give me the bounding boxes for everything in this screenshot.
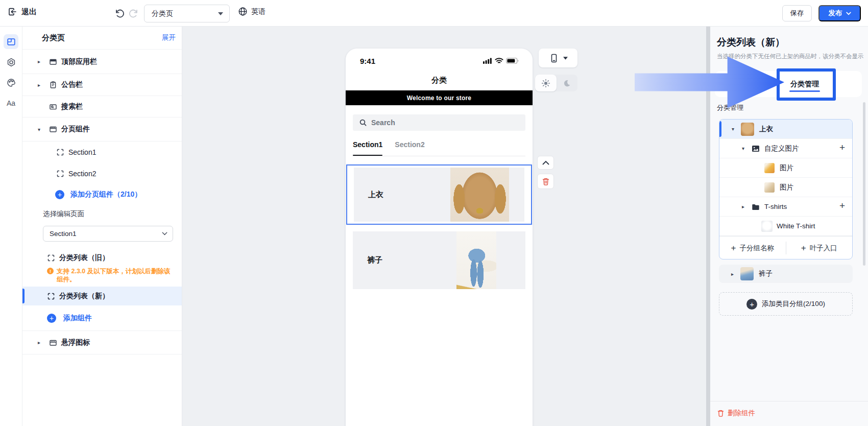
caret-right-icon[interactable]: ▸ xyxy=(731,271,740,277)
category-row-tops[interactable]: 上衣 xyxy=(354,168,524,222)
rail-item-theme[interactable] xyxy=(4,75,18,90)
edit-page-dropdown-value: Section1 xyxy=(50,230,77,238)
plus-circle-icon: + xyxy=(746,299,757,310)
exit-icon xyxy=(7,7,17,17)
layer-item-pagination-component[interactable]: ▾ 分页组件 xyxy=(22,117,182,141)
tab-settings[interactable]: 设置 xyxy=(758,71,772,97)
phone-nav-title: 分类 xyxy=(346,70,533,90)
add-pagination-button[interactable]: + 添加分页组件（2/10） xyxy=(22,184,182,205)
tree-row-tshirts[interactable]: ▸ T-shirts + xyxy=(719,197,852,217)
active-tab-underline xyxy=(789,90,820,92)
image-icon xyxy=(751,144,760,153)
panel-tabs: 设置 分类管理 xyxy=(715,71,862,97)
tree-row-image-1[interactable]: 图片 xyxy=(719,158,852,178)
undo-button[interactable] xyxy=(113,7,126,19)
redo-button[interactable] xyxy=(128,7,140,19)
section-brackets-icon xyxy=(47,254,59,262)
caret-right-icon[interactable]: ▸ xyxy=(38,82,49,88)
search-icon xyxy=(359,119,367,127)
tshirt-thumbnail xyxy=(761,221,773,232)
tree-row-white-tshirt[interactable]: White T-shirt xyxy=(719,217,852,236)
caret-right-icon[interactable]: ▸ xyxy=(38,59,49,64)
phone-tab-section2[interactable]: Section2 xyxy=(395,136,424,156)
delete-section-button[interactable] xyxy=(537,174,554,189)
left-icon-rail: Aa xyxy=(0,27,22,426)
layer-item-category-list-old[interactable]: 分类列表（旧） xyxy=(22,250,182,266)
plus-icon: + xyxy=(731,244,736,252)
tree-row-image-2[interactable]: 图片 xyxy=(719,178,852,197)
select-edit-page-label: 选择编辑页面 xyxy=(22,205,182,223)
delete-component-button[interactable]: 删除组件 xyxy=(717,409,755,418)
image-thumbnail xyxy=(764,163,775,173)
layout-icon xyxy=(6,37,16,47)
tree-footer: + 子分组名称 + 叶子入口 xyxy=(719,236,852,259)
dark-mode-button[interactable] xyxy=(557,75,578,91)
panel-title: 分类列表（新） xyxy=(717,36,785,49)
category-row-pants[interactable]: 裤子 xyxy=(353,231,525,289)
selected-category-row-outline: 上衣 xyxy=(346,164,532,225)
expand-all-link[interactable]: 展开 xyxy=(162,33,176,42)
page-selector-dropdown[interactable]: 分类页 xyxy=(144,5,230,22)
move-section-up-button[interactable] xyxy=(537,156,554,170)
rail-item-settings[interactable] xyxy=(4,55,18,69)
language-button[interactable]: 英语 xyxy=(238,7,266,16)
layer-item-top-app-bar[interactable]: ▸ 顶部应用栏 xyxy=(22,50,182,74)
wifi-icon xyxy=(495,58,503,64)
add-category-group-button[interactable]: + 添加类目分组(2/100) xyxy=(719,292,853,316)
layer-item-section2[interactable]: Section2 xyxy=(22,163,182,184)
canvas-scrollbar[interactable] xyxy=(706,27,710,426)
category-management-label: 分类管理 xyxy=(717,103,743,112)
layer-item-section1[interactable]: Section1 xyxy=(22,141,182,163)
signal-icon xyxy=(483,58,492,64)
add-subgroup-button[interactable]: + 子分组名称 xyxy=(719,236,786,259)
tree-row-pants[interactable]: ▸ 裤子 xyxy=(719,265,853,283)
active-tab-underline xyxy=(353,155,382,156)
caret-right-icon[interactable]: ▸ xyxy=(742,204,751,209)
floating-icon-icon xyxy=(49,339,61,347)
caret-down-icon[interactable]: ▾ xyxy=(732,126,741,132)
tree-row-custom-image[interactable]: ▾ 自定义图片 + xyxy=(719,139,852,158)
layer-item-search-bar[interactable]: 搜索栏 xyxy=(22,96,182,117)
plus-circle-icon: + xyxy=(47,314,56,323)
selected-indicator-bar xyxy=(719,121,721,137)
add-child-button[interactable]: + xyxy=(839,143,845,152)
panel-bottom-bar: 删除组件 xyxy=(710,401,868,426)
save-button[interactable]: 保存 xyxy=(782,5,812,21)
layer-item-category-list-new[interactable]: 分类列表（新） xyxy=(22,287,182,305)
publish-label: 发布 xyxy=(829,9,842,18)
language-label: 英语 xyxy=(251,7,266,16)
rail-item-typography[interactable]: Aa xyxy=(4,96,18,110)
tree-row-tops[interactable]: ▾ 上衣 xyxy=(719,120,852,139)
panel-scrollbar[interactable] xyxy=(863,102,865,266)
trash-icon xyxy=(717,409,725,417)
exit-button[interactable]: 退出 xyxy=(7,7,37,17)
edit-page-dropdown[interactable]: Section1 xyxy=(43,226,173,242)
preview-canvas: 9:41 分类 Welcome to our store Search Sect… xyxy=(182,27,706,426)
phone-search-bar[interactable]: Search xyxy=(353,114,525,131)
page-title: 分类页 xyxy=(42,33,65,43)
light-mode-button[interactable] xyxy=(535,75,557,91)
image-thumbnail xyxy=(764,182,775,193)
add-leaf-button[interactable]: + 叶子入口 xyxy=(786,236,853,259)
add-child-button[interactable]: + xyxy=(839,201,845,210)
section-brackets-icon xyxy=(56,170,68,178)
device-selector-button[interactable] xyxy=(539,49,577,67)
deprecation-warning: ! 支持 2.3.0 及以下版本，计划以后删除该组件。 xyxy=(47,267,175,283)
phone-tab-section1[interactable]: Section1 xyxy=(353,136,382,156)
layer-item-floating-icon[interactable]: ▸ 悬浮图标 xyxy=(22,331,182,354)
caret-right-icon[interactable]: ▸ xyxy=(38,340,49,345)
rail-item-layout[interactable] xyxy=(4,34,18,49)
tab-category-management[interactable]: 分类管理 xyxy=(790,71,819,97)
phone-section-tabs: Section1 Section2 xyxy=(353,136,525,156)
announcement-banner[interactable]: Welcome to our store xyxy=(346,90,533,105)
layers-panel: 分类页 展开 ▸ 顶部应用栏 ▸ 公告栏 搜索栏 ▾ 分页组件 Section xyxy=(22,27,182,426)
publish-button[interactable]: 发布 xyxy=(818,5,861,21)
trash-icon xyxy=(542,177,550,186)
layer-item-announcement-bar[interactable]: ▸ 公告栏 xyxy=(22,74,182,96)
caret-down-icon[interactable]: ▾ xyxy=(742,146,751,151)
sun-icon xyxy=(541,79,550,88)
caret-down-icon[interactable]: ▾ xyxy=(38,127,49,132)
add-component-button[interactable]: + 添加组件 xyxy=(22,305,182,331)
chevron-up-icon xyxy=(542,160,549,165)
settings-panel: 分类列表（新） 当选择的分类下无任何已上架的商品时，该分类不会显示 设置 分类管… xyxy=(710,27,868,426)
